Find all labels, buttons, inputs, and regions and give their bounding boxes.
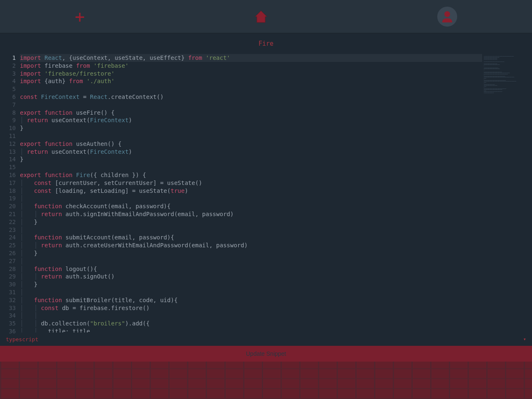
svg-point-0 [444, 11, 450, 17]
home-icon[interactable] [252, 7, 270, 26]
language-label: typescript [6, 336, 38, 342]
decorative-footer [0, 362, 532, 399]
title-bar: Fire [0, 33, 532, 54]
language-selector[interactable]: typescript ▾ [0, 332, 532, 346]
code-area[interactable]: import React, {useContext, useState, use… [20, 54, 482, 332]
code-editor[interactable]: 1234567891011121314151617181920212223242… [0, 54, 532, 332]
app-header: + [0, 0, 532, 33]
avatar[interactable] [437, 7, 457, 27]
snippet-title: Fire [259, 40, 273, 47]
line-gutter: 1234567891011121314151617181920212223242… [0, 54, 20, 332]
add-icon[interactable]: + [75, 7, 85, 26]
minimap[interactable]: ▬▬▬▬▬▬▬▬▬▬▬▬▬▬▬▬▬▬▬▬▬▬▬▬▬▬▬▬▬▬▬▬▬▬▬▬▬▬▬▬… [482, 54, 532, 332]
chevron-down-icon: ▾ [523, 336, 526, 342]
update-snippet-button[interactable]: Update Snippet [0, 346, 532, 362]
